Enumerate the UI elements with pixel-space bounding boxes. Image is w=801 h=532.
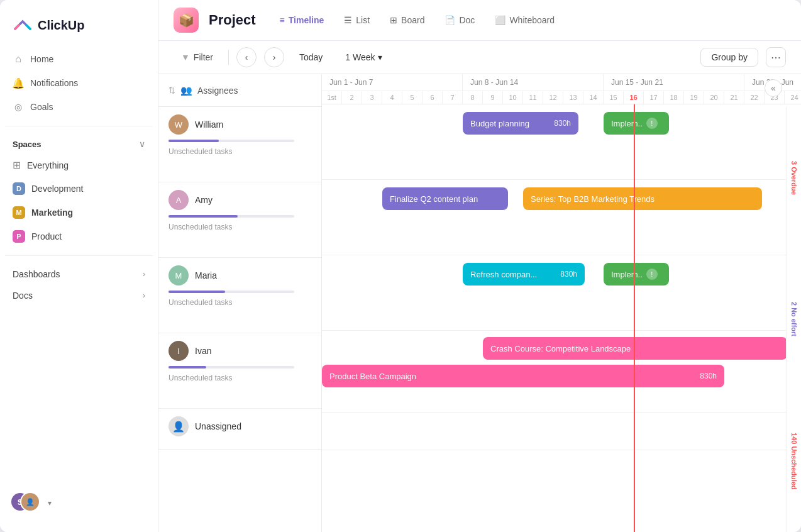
next-button[interactable]: ›	[264, 47, 284, 67]
goals-icon: ◎	[13, 101, 24, 113]
sidebar-item-marketing[interactable]: M Marketing	[5, 201, 153, 224]
day-4: 4	[382, 91, 402, 104]
task-hours: 830h	[549, 119, 571, 128]
day-7: 7	[443, 91, 463, 104]
product-badge: P	[13, 230, 25, 243]
day-12: 12	[543, 91, 563, 104]
assignees-header: ⇅ 👥 Assignees	[158, 74, 321, 107]
group-by-button[interactable]: Group by	[700, 48, 758, 67]
sidebar-item-notifications[interactable]: 🔔 Notifications	[5, 72, 153, 94]
task-label: Product Beta Campaign	[329, 372, 416, 381]
tab-board[interactable]: ⊞ Board	[381, 10, 433, 30]
docs-label: Docs	[13, 291, 33, 301]
profile-chevron-icon: ▾	[48, 499, 52, 507]
dashboards-expand-icon: ›	[143, 270, 145, 279]
spaces-list: ⊞ Everything D Development M Marketing P…	[0, 154, 158, 248]
bell-icon: 🔔	[13, 77, 24, 89]
task-label: Series: Top B2B Marketing Trends	[531, 194, 655, 204]
progress-william	[168, 140, 294, 142]
day-10: 10	[503, 91, 523, 104]
task-finalize-q2[interactable]: Finalize Q2 content plan	[382, 187, 508, 210]
unscheduled-amy: Unscheduled tasks	[168, 223, 311, 231]
progress-amy	[168, 215, 294, 218]
timeline-container: ⇅ 👥 Assignees W William Unschedu	[158, 74, 801, 532]
assignees-label: Assignees	[197, 86, 238, 96]
task-product-beta[interactable]: Product Beta Campaign 830h	[322, 365, 724, 387]
warning-icon: !	[646, 118, 658, 129]
day-11: 11	[523, 91, 543, 104]
timeline-body: Budget planning 830h Implem.. !	[322, 104, 801, 532]
day-16-today: 16	[624, 91, 644, 104]
task-label: Budget planning	[470, 119, 529, 128]
task-refresh-company[interactable]: Refresh compan... 830h	[463, 263, 585, 285]
sidebar-item-docs[interactable]: Docs ›	[0, 285, 158, 306]
week-header-2: Jun 8 - Jun 14	[463, 74, 604, 91]
avatar-stack: S 👤	[10, 492, 43, 514]
development-badge: D	[13, 182, 25, 195]
name-ivan: Ivan	[195, 346, 211, 356]
tabs: ≡ Timeline ☰ List ⊞ Board 📄 Doc ⬜ Whi	[271, 10, 563, 30]
dashboards-label: Dashboards	[13, 269, 60, 279]
task-budget-planning[interactable]: Budget planning 830h	[463, 112, 578, 135]
sidebar-item-goals[interactable]: ◎ Goals	[5, 96, 153, 118]
today-button[interactable]: Today	[292, 48, 330, 66]
board-tab-icon: ⊞	[390, 15, 397, 25]
task-implement-william[interactable]: Implem.. !	[604, 112, 669, 135]
day-18: 18	[664, 91, 684, 104]
task-hours: 830h	[695, 372, 717, 380]
day-2: 2	[342, 91, 362, 104]
avatar-maria: M	[168, 265, 189, 285]
sidebar-navigation: ⌂ Home 🔔 Notifications ◎ Goals	[0, 48, 158, 118]
clickup-logo-icon	[13, 15, 33, 35]
spaces-section-header: Spaces ∨	[0, 134, 158, 154]
week-chevron-icon: ▾	[378, 52, 382, 62]
sidebar-goals-label: Goals	[30, 102, 53, 112]
assignee-info-maria: M Maria	[168, 265, 311, 285]
progress-ivan	[168, 366, 294, 369]
task-label: Implem..	[611, 270, 643, 279]
task-label: Refresh compan...	[470, 270, 537, 279]
tab-doc[interactable]: 📄 Doc	[436, 10, 483, 30]
project-icon: 📦	[174, 8, 199, 33]
day-24: 24	[785, 91, 801, 104]
sidebar-item-everything[interactable]: ⊞ Everything	[5, 154, 153, 176]
day-headers: 1st 2 3 4 5 6 7 8 9 10 11 12 13 14	[322, 91, 801, 104]
list-tab-label: List	[356, 15, 370, 25]
task-series-b2b[interactable]: Series: Top B2B Marketing Trends	[523, 187, 762, 210]
assignees-icon: 👥	[180, 85, 192, 96]
collapse-button[interactable]: «	[765, 79, 782, 97]
app-window: ClickUp ⌂ Home 🔔 Notifications ◎ Goals S…	[0, 0, 801, 532]
week-headers: Jun 1 - Jun 7 Jun 8 - Jun 14 Jun 15 - Ju…	[322, 74, 801, 91]
tab-timeline[interactable]: ≡ Timeline	[271, 10, 333, 30]
tab-list[interactable]: ☰ List	[335, 10, 378, 30]
task-crash-course[interactable]: Crash Course: Competitive Landscape	[483, 337, 787, 360]
task-implement-maria[interactable]: Implem.. !	[604, 263, 669, 285]
day-20: 20	[704, 91, 724, 104]
more-options-button[interactable]: ⋯	[766, 47, 786, 67]
day-19: 19	[684, 91, 704, 104]
assignee-row-amy: A Amy Unscheduled tasks	[158, 182, 321, 258]
prev-button[interactable]: ‹	[236, 47, 257, 67]
timeline-grid-wrapper: Jun 1 - Jun 7 Jun 8 - Jun 14 Jun 15 - Ju…	[322, 74, 801, 532]
sidebar-item-dashboards[interactable]: Dashboards ›	[0, 263, 158, 285]
tab-whiteboard[interactable]: ⬜ Whiteboard	[486, 10, 563, 30]
assignee-rows: W William Unscheduled tasks A Amy	[158, 107, 321, 532]
filter-label: Filter	[194, 52, 213, 62]
sidebar-item-home[interactable]: ⌂ Home	[5, 48, 153, 70]
sidebar-divider	[5, 126, 153, 126]
day-6: 6	[423, 91, 443, 104]
name-william: William	[195, 119, 223, 130]
everything-icon: ⊞	[13, 159, 21, 171]
assignee-row-maria: M Maria Unscheduled tasks	[158, 258, 321, 333]
week-selector[interactable]: 1 Week ▾	[338, 48, 389, 66]
user-profile[interactable]: S 👤 ▾	[0, 484, 158, 522]
sidebar-item-product[interactable]: P Product	[5, 225, 153, 248]
spaces-collapse-icon[interactable]: ∨	[139, 139, 145, 149]
group-by-label: Group by	[711, 52, 748, 62]
filter-button[interactable]: ▼ Filter	[174, 48, 221, 66]
spaces-title: Spaces	[13, 140, 41, 149]
filter-icon: ▼	[181, 52, 190, 62]
project-title: Project	[209, 12, 256, 28]
sidebar-item-development[interactable]: D Development	[5, 177, 153, 200]
task-label: Finalize Q2 content plan	[390, 194, 478, 204]
